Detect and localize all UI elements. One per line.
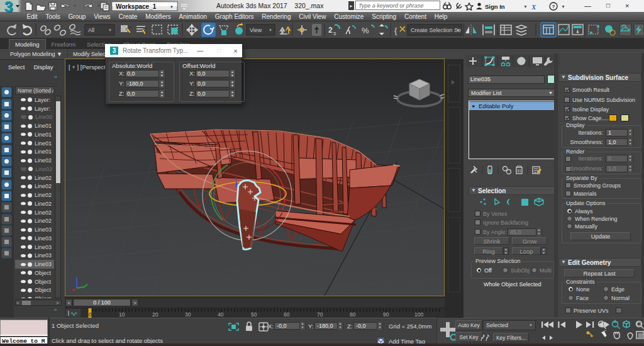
svg-text:10: 10 bbox=[119, 311, 125, 318]
svg-text:All: All bbox=[88, 27, 94, 33]
svg-text:▼: ▼ bbox=[561, 4, 565, 9]
svg-text:▼: ▼ bbox=[456, 28, 460, 32]
svg-text:30: 30 bbox=[185, 311, 191, 318]
svg-text:0: 0 bbox=[89, 311, 92, 318]
svg-text:60: 60 bbox=[284, 311, 290, 318]
svg-text:▼: ▼ bbox=[108, 28, 112, 32]
svg-text:%: % bbox=[362, 26, 369, 35]
svg-text:X: X bbox=[531, 3, 536, 11]
svg-text:20: 20 bbox=[152, 311, 158, 318]
svg-text:Create Selection Se: Create Selection Se bbox=[411, 27, 461, 33]
svg-text:5: 5 bbox=[333, 31, 336, 36]
svg-text:?: ? bbox=[552, 4, 555, 9]
svg-text:▼: ▼ bbox=[170, 5, 174, 9]
svg-text:40: 40 bbox=[218, 311, 224, 318]
svg-text:Sign In: Sign In bbox=[485, 3, 505, 10]
svg-text:{: { bbox=[394, 26, 397, 35]
svg-text:80: 80 bbox=[350, 311, 356, 318]
svg-text:50: 50 bbox=[251, 311, 257, 318]
svg-text:View: View bbox=[250, 27, 262, 33]
svg-text:z: z bbox=[235, 176, 237, 181]
svg-text:▼: ▼ bbox=[269, 28, 272, 32]
svg-text:70: 70 bbox=[317, 311, 323, 318]
svg-text:100: 100 bbox=[414, 311, 423, 318]
svg-text:2: 2 bbox=[328, 26, 333, 35]
svg-text:Workspace_1: Workspace_1 bbox=[116, 3, 157, 10]
svg-text:90: 90 bbox=[383, 311, 389, 318]
svg-text:▼: ▼ bbox=[523, 4, 528, 9]
